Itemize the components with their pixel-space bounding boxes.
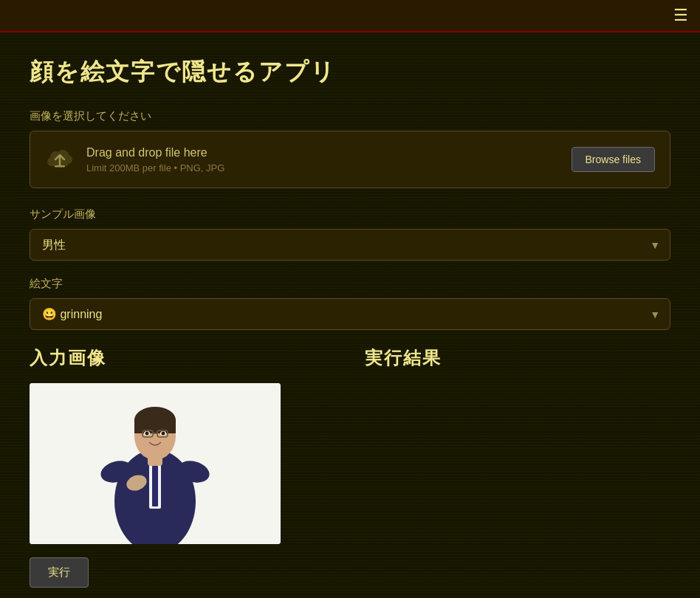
input-image-col: 入力画像	[30, 346, 335, 544]
upload-section-label: 画像を選択してください	[30, 109, 670, 123]
browse-files-button[interactable]: Browse files	[572, 147, 655, 172]
cloud-upload-icon	[45, 145, 75, 174]
result-title: 実行結果	[365, 346, 670, 370]
svg-rect-4	[152, 466, 158, 506]
upload-left: Drag and drop file here Limit 200MB per …	[45, 145, 224, 174]
upload-limit-text: Limit 200MB per file • PNG, JPG	[86, 162, 224, 173]
main-content: 顔を絵文字で隠せるアプリ 画像を選択してください Drag and drop f…	[0, 32, 700, 598]
top-bar: ☰	[0, 0, 700, 32]
result-col: 実行結果	[365, 346, 670, 544]
input-image-title: 入力画像	[30, 346, 335, 370]
svg-point-13	[145, 432, 149, 436]
run-button[interactable]: 実行	[30, 557, 89, 588]
sample-image-section: サンプル画像 男性 女性 ▼	[30, 207, 670, 261]
menu-icon[interactable]: ☰	[673, 6, 688, 25]
emoji-section-label: 絵文字	[30, 277, 670, 291]
sample-section-label: サンプル画像	[30, 207, 670, 221]
emoji-section: 絵文字 😀 grinning 😊 smile 😆 laughing ▼	[30, 277, 670, 330]
svg-point-14	[162, 432, 165, 436]
emoji-dropdown-wrapper: 😀 grinning 😊 smile 😆 laughing ▼	[30, 298, 670, 330]
results-row: 入力画像	[30, 346, 670, 544]
page-title: 顔を絵文字で隠せるアプリ	[30, 56, 670, 89]
upload-area[interactable]: Drag and drop file here Limit 200MB per …	[30, 131, 670, 188]
svg-rect-0	[55, 165, 65, 168]
result-empty-area	[365, 383, 616, 544]
upload-drag-text: Drag and drop file here	[86, 146, 224, 159]
sample-image-select[interactable]: 男性 女性	[30, 229, 670, 261]
sample-dropdown-wrapper: 男性 女性 ▼	[30, 229, 670, 261]
emoji-select[interactable]: 😀 grinning 😊 smile 😆 laughing	[30, 298, 670, 330]
svg-rect-10	[134, 419, 176, 433]
upload-text-group: Drag and drop file here Limit 200MB per …	[86, 146, 224, 173]
input-image-placeholder	[30, 383, 281, 544]
